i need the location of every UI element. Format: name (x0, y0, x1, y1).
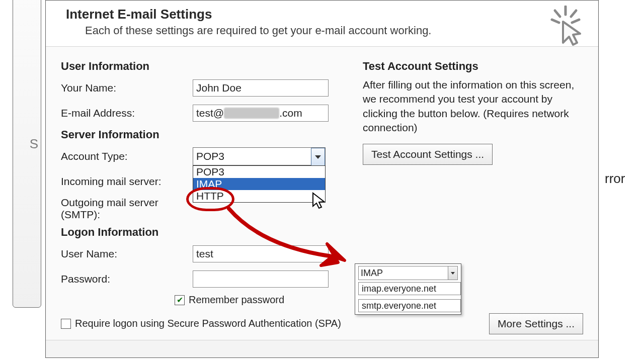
option-http[interactable]: HTTP (193, 190, 325, 202)
chevron-down-icon[interactable] (448, 266, 457, 280)
inset-account-type-value: IMAP (361, 268, 383, 279)
inset-incoming-input[interactable] (358, 282, 461, 295)
test-account-button[interactable]: Test Account Settings ... (363, 144, 493, 165)
username-input[interactable] (193, 245, 329, 262)
option-imap[interactable]: IMAP (193, 178, 325, 190)
more-settings-button[interactable]: More Settings ... (489, 313, 583, 334)
test-heading: Test Account Settings (363, 60, 583, 73)
redacted-domain (224, 108, 279, 119)
password-label: Password: (61, 273, 193, 285)
spa-checkbox[interactable] (61, 319, 71, 329)
email-settings-dialog: Internet E-mail Settings Each of these s… (45, 0, 599, 358)
account-type-value: POP3 (193, 147, 326, 165)
email-input[interactable]: test@ .com (193, 105, 329, 122)
email-label: E-mail Address: (61, 107, 193, 119)
your-name-input[interactable] (193, 79, 329, 97)
account-type-label: Account Type: (61, 150, 193, 162)
incoming-server-label: Incoming mail server: (61, 175, 193, 188)
dialog-header: Internet E-mail Settings Each of these s… (46, 1, 598, 46)
email-prefix: test@ (196, 107, 224, 119)
inset-outgoing-input[interactable] (358, 299, 461, 312)
server-info-heading: Server Information (61, 128, 363, 141)
logon-info-heading: Logon Information (61, 226, 363, 239)
account-type-dropdown[interactable]: POP3 IMAP HTTP (193, 165, 326, 203)
example-values-inset: IMAP (355, 263, 461, 315)
background-window-edge: S (13, 0, 41, 308)
page-subtitle: Each of these settings are required to g… (85, 24, 583, 37)
user-info-heading: User Information (61, 60, 363, 73)
inset-account-type[interactable]: IMAP (358, 266, 458, 280)
stray-text: S (30, 136, 38, 152)
password-input[interactable] (193, 270, 329, 288)
email-suffix: .com (279, 107, 302, 119)
dialog-footer (46, 340, 598, 357)
remember-password-label: Remember password (189, 294, 284, 306)
test-description: After filling out the information on thi… (363, 78, 583, 135)
remember-password-checkbox[interactable] (175, 295, 185, 305)
stray-text: rror (605, 171, 625, 187)
page-title: Internet E-mail Settings (66, 7, 583, 22)
option-pop3[interactable]: POP3 (193, 166, 325, 178)
your-name-label: Your Name: (61, 82, 193, 94)
outgoing-server-label: Outgoing mail server (SMTP): (61, 197, 193, 221)
username-label: User Name: (61, 248, 193, 260)
account-type-select[interactable]: POP3 POP3 IMAP HTTP (193, 147, 326, 165)
dropdown-button[interactable] (311, 148, 325, 166)
spa-label: Require logon using Secure Password Auth… (75, 318, 341, 329)
